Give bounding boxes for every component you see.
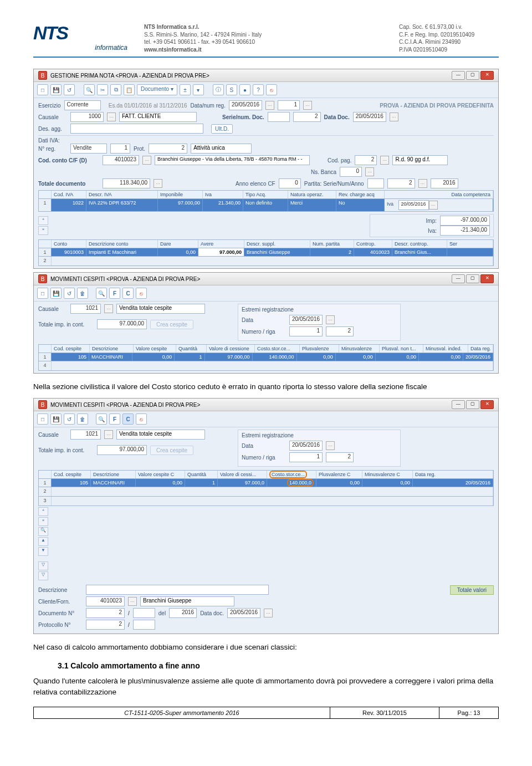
esercizio-select[interactable]: Corrente xyxy=(64,100,101,110)
grid-row-empty[interactable]: 3 xyxy=(38,497,494,506)
datadoc-input[interactable]: 20/05/2016 xyxy=(227,608,260,618)
undo-icon[interactable]: ↺ xyxy=(64,413,75,425)
codcf-input[interactable]: 4010023 xyxy=(103,155,139,165)
filter2-icon[interactable]: ▽ xyxy=(38,571,48,580)
c-icon[interactable]: C xyxy=(122,288,134,299)
protn-input[interactable]: 2 xyxy=(86,620,125,630)
tool-down-icon[interactable]: ▼ xyxy=(38,547,48,556)
new-icon[interactable]: □ xyxy=(37,413,48,425)
data-input[interactable]: 20/05/2016 xyxy=(289,315,323,325)
min-button[interactable]: — xyxy=(452,274,465,283)
filter-icon[interactable]: ▽ xyxy=(38,561,48,570)
desagg-input[interactable] xyxy=(70,124,203,134)
exit-icon[interactable]: ⎋ xyxy=(136,413,147,425)
partita-serie[interactable] xyxy=(367,178,384,188)
num-input[interactable]: 1 xyxy=(278,100,300,110)
desc-input[interactable] xyxy=(86,585,269,595)
tool-del-icon[interactable]: × xyxy=(38,517,48,526)
save-icon[interactable]: 💾 xyxy=(50,84,62,95)
cliente-picker-icon[interactable]: … xyxy=(128,597,137,606)
codpag-input[interactable]: 2 xyxy=(355,155,377,165)
comp-date-picker-icon[interactable]: … xyxy=(429,201,438,210)
f-icon[interactable]: F xyxy=(109,288,120,299)
exit-icon[interactable]: ⎋ xyxy=(266,84,277,95)
nr-num[interactable]: 1 xyxy=(289,326,323,336)
tool-b-icon[interactable]: ▾ xyxy=(193,84,204,95)
partita-anno[interactable]: 2016 xyxy=(431,178,458,188)
paste-icon[interactable]: 📋 xyxy=(124,84,135,95)
o-icon[interactable]: ● xyxy=(239,84,250,95)
max-button[interactable]: ▢ xyxy=(466,400,479,409)
totdoc-input[interactable]: 118.340,00 xyxy=(103,178,150,188)
cespiti-grid-row-empty[interactable]: 4 xyxy=(38,361,494,371)
num-picker-icon[interactable]: … xyxy=(303,101,312,110)
info-icon[interactable]: ⓘ xyxy=(213,84,224,95)
prot-serie[interactable] xyxy=(133,620,155,630)
c-icon[interactable]: C xyxy=(122,413,134,425)
datadoc-input[interactable]: 20/05/2016 xyxy=(353,112,386,122)
add-row-icon[interactable]: + xyxy=(38,216,48,225)
datadoc-picker-icon[interactable]: … xyxy=(264,609,273,617)
search-icon[interactable]: 🔍 xyxy=(84,84,95,95)
cespiti2-grid-row[interactable]: 1 105 MACCHINARI 0,00 1 97.000,0 140.000… xyxy=(38,479,494,487)
causale-picker-icon[interactable]: … xyxy=(104,430,113,439)
causale-code[interactable]: 1021 xyxy=(70,430,101,440)
undo-icon[interactable]: ↺ xyxy=(64,288,75,299)
data-picker-icon[interactable]: … xyxy=(326,315,335,324)
nreg-input[interactable]: Vendite xyxy=(70,144,107,154)
close-button[interactable]: ✕ xyxy=(480,274,494,283)
s-icon[interactable]: S xyxy=(226,84,237,95)
codcf-picker-icon[interactable]: … xyxy=(142,156,151,165)
exit-icon[interactable]: ⎋ xyxy=(136,288,147,299)
prot-input[interactable]: 2 xyxy=(149,144,187,154)
partita-num[interactable]: 2 xyxy=(387,178,415,188)
causale-picker-icon[interactable]: … xyxy=(104,304,113,313)
docn-input[interactable]: 2 xyxy=(86,608,125,618)
delete-icon[interactable]: 🗑 xyxy=(77,288,88,299)
causale-picker-icon[interactable]: … xyxy=(107,113,116,121)
codpag-picker-icon[interactable]: … xyxy=(380,156,389,165)
search-icon[interactable]: 🔍 xyxy=(96,288,107,299)
doc-serie[interactable] xyxy=(133,608,155,618)
undo-icon[interactable]: ↺ xyxy=(64,84,75,95)
datadoc-picker-icon[interactable]: … xyxy=(390,113,398,121)
new-icon[interactable]: □ xyxy=(37,84,48,95)
causale-code[interactable]: 1000 xyxy=(70,112,104,122)
ultd-button[interactable]: Ult.D. xyxy=(211,124,233,134)
nr-riga[interactable]: 2 xyxy=(326,452,354,462)
del-row-icon[interactable]: × xyxy=(38,226,48,235)
new-icon[interactable]: □ xyxy=(37,288,48,299)
delete-icon[interactable]: 🗑 xyxy=(77,413,88,425)
min-button[interactable]: — xyxy=(452,71,465,80)
nr-riga[interactable]: 2 xyxy=(326,326,354,336)
totale-valori-button[interactable]: Totale valori xyxy=(450,585,494,595)
nreg-n-input[interactable]: 1 xyxy=(110,144,130,154)
date-picker-icon[interactable]: … xyxy=(265,101,274,110)
nsbanca-input[interactable]: 0 xyxy=(340,167,362,177)
cliente-code[interactable]: 4010023 xyxy=(86,596,125,606)
nr-num[interactable]: 1 xyxy=(289,452,323,462)
min-button[interactable]: — xyxy=(452,400,465,409)
tool-up-icon[interactable]: ▲ xyxy=(38,537,48,546)
close-button[interactable]: ✕ xyxy=(480,400,494,409)
iva-grid-row[interactable]: 1 1022 IVA 22% DPR 633/72 97.000,00 21.3… xyxy=(38,199,494,212)
data-input[interactable]: 20/05/2016 xyxy=(289,441,323,451)
totdoc-picker-icon[interactable]: … xyxy=(154,179,162,188)
documento-button[interactable]: Documento ▾ xyxy=(137,84,177,95)
annoelenco-input[interactable]: 0 xyxy=(279,178,301,188)
conto-grid-row-empty[interactable]: 2 xyxy=(38,257,494,266)
save-icon[interactable]: 💾 xyxy=(50,413,62,425)
serie-input[interactable] xyxy=(268,112,290,122)
causale-code[interactable]: 1021 xyxy=(70,304,101,314)
totimp-input[interactable]: 97.000,00 xyxy=(97,319,147,329)
max-button[interactable]: ▢ xyxy=(466,71,479,80)
tool-a-icon[interactable]: ± xyxy=(180,84,191,95)
partita-picker-icon[interactable]: … xyxy=(418,179,427,188)
close-button[interactable]: ✕ xyxy=(480,71,494,80)
grid-row-empty[interactable]: 2 xyxy=(38,487,494,497)
save-icon[interactable]: 💾 xyxy=(50,288,62,299)
f-icon[interactable]: F xyxy=(109,413,120,425)
max-button[interactable]: ▢ xyxy=(466,274,479,283)
tool-add-icon[interactable]: + xyxy=(38,507,48,516)
conto-grid-row[interactable]: 1 9010003 Impianti E Macchinari 0,00 97.… xyxy=(38,248,494,257)
